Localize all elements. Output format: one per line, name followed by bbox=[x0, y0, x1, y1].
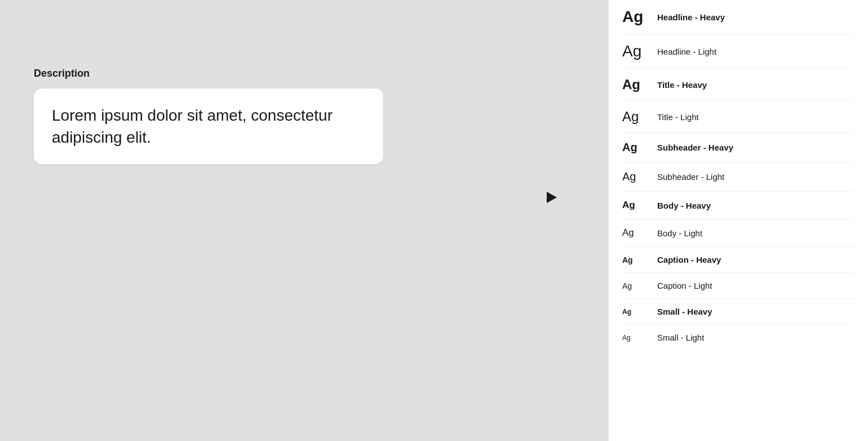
ag-sample-title-light: Ag bbox=[622, 109, 650, 125]
sidebar: AgHeadline - HeavyAgHeadline - LightAgTi… bbox=[609, 0, 868, 441]
type-item-headline-light[interactable]: AgHeadline - Light bbox=[622, 34, 854, 69]
type-label-body-light: Body - Light bbox=[657, 228, 702, 238]
ag-sample-body-light: Ag bbox=[622, 227, 650, 239]
ag-sample-small-light: Ag bbox=[622, 334, 650, 342]
type-label-subheader-heavy: Subheader - Heavy bbox=[657, 143, 733, 152]
ag-sample-small-heavy: Ag bbox=[622, 308, 650, 316]
ag-sample-caption-heavy: Ag bbox=[622, 255, 650, 264]
type-item-subheader-light[interactable]: AgSubheader - Light bbox=[622, 162, 854, 192]
type-label-caption-light: Caption - Light bbox=[657, 281, 712, 290]
type-item-body-light[interactable]: AgBody - Light bbox=[622, 219, 854, 247]
ag-sample-headline-light: Ag bbox=[622, 42, 650, 60]
type-label-title-heavy: Title - Heavy bbox=[657, 80, 707, 90]
description-box: Lorem ipsum dolor sit amet, consectetur … bbox=[34, 89, 383, 164]
ag-sample-subheader-heavy: Ag bbox=[622, 141, 650, 154]
type-item-caption-heavy[interactable]: AgCaption - Heavy bbox=[622, 247, 854, 273]
type-item-caption-light[interactable]: AgCaption - Light bbox=[622, 273, 854, 299]
type-item-title-heavy[interactable]: AgTitle - Heavy bbox=[622, 69, 854, 101]
type-label-headline-heavy: Headline - Heavy bbox=[657, 12, 725, 22]
type-label-small-light: Small - Light bbox=[657, 333, 704, 342]
description-text: Lorem ipsum dolor sit amet, consectetur … bbox=[52, 104, 365, 148]
ag-sample-title-heavy: Ag bbox=[622, 77, 650, 92]
type-item-title-light[interactable]: AgTitle - Light bbox=[622, 101, 854, 133]
ag-sample-caption-light: Ag bbox=[622, 281, 650, 290]
type-label-small-heavy: Small - Heavy bbox=[657, 307, 712, 316]
ag-sample-body-heavy: Ag bbox=[622, 200, 650, 211]
ag-sample-headline-heavy: Ag bbox=[622, 8, 650, 26]
type-item-body-heavy[interactable]: AgBody - Heavy bbox=[622, 192, 854, 219]
type-label-title-light: Title - Light bbox=[657, 112, 699, 122]
type-label-caption-heavy: Caption - Heavy bbox=[657, 255, 721, 264]
ag-sample-subheader-light: Ag bbox=[622, 170, 650, 183]
type-label-body-heavy: Body - Heavy bbox=[657, 201, 711, 210]
type-label-subheader-light: Subheader - Light bbox=[657, 172, 724, 182]
type-item-subheader-heavy[interactable]: AgSubheader - Heavy bbox=[622, 133, 854, 162]
cursor-icon bbox=[547, 192, 557, 203]
main-area: Description Lorem ipsum dolor sit amet, … bbox=[0, 0, 609, 441]
type-item-small-light[interactable]: AgSmall - Light bbox=[622, 325, 854, 350]
type-item-headline-heavy[interactable]: AgHeadline - Heavy bbox=[622, 0, 854, 34]
type-item-small-heavy[interactable]: AgSmall - Heavy bbox=[622, 299, 854, 325]
description-label: Description bbox=[34, 68, 586, 80]
type-label-headline-light: Headline - Light bbox=[657, 47, 716, 56]
